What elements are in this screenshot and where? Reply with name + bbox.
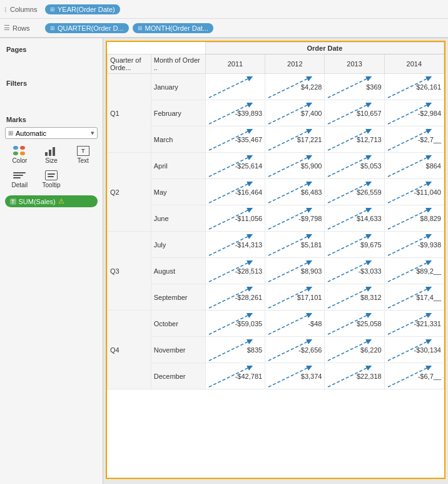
value-cell: $5,900: [265, 153, 325, 179]
cell-value: $5,900: [301, 162, 322, 170]
viz-container: Order Date Quarter of Orde... Month of O…: [106, 41, 445, 479]
cell-value: -$59,035: [235, 320, 262, 327]
value-cell: -$11,056: [205, 205, 265, 232]
cell-value: -$48: [308, 320, 322, 327]
cell-value: $8,903: [301, 267, 322, 275]
table-row: Q2April-$25,614$5,900$5,053$864: [108, 153, 444, 179]
value-cell: -$16,464: [205, 179, 265, 205]
value-cell: $17,4__: [384, 284, 444, 311]
calendar-icon: ⊞: [50, 6, 55, 13]
cell-value: -$6,7__: [418, 373, 441, 380]
value-cell: $10,657: [325, 100, 384, 126]
marks-section: Marks ⊞ Automatic ▾ Color: [0, 111, 103, 207]
color-icon: [13, 146, 26, 156]
content-area: Order Date Quarter of Orde... Month of O…: [103, 38, 448, 484]
columns-pill-0[interactable]: ⊞ YEAR(Order Date): [45, 4, 120, 14]
value-cell: $8,829: [384, 205, 444, 232]
month-cell: January: [151, 74, 205, 100]
value-cell: $12,713: [325, 126, 384, 153]
value-cell: -$39,893: [205, 100, 265, 126]
table-row: March-$35,467$17,221$12,713-$2,7__: [108, 126, 444, 153]
table-row: November$835-$2,656$6,220-$30,134: [108, 337, 444, 363]
cell-value: $89,2__: [416, 267, 441, 275]
value-cell: $864: [384, 153, 444, 179]
tooltip-button[interactable]: Tooltip: [37, 168, 66, 190]
cell-value: $17,101: [297, 294, 322, 301]
cell-value: -$3,033: [358, 267, 381, 275]
year-2014-header: 2014: [384, 54, 444, 74]
detail-button[interactable]: Detail: [5, 168, 34, 190]
cell-value: $3,374: [301, 373, 322, 380]
rows-pill-0[interactable]: ⊞ QUARTER(Order D...: [45, 23, 129, 33]
value-cell: $3,374: [265, 363, 325, 389]
value-cell: $6,220: [325, 337, 384, 363]
color-button[interactable]: Color: [5, 144, 34, 166]
value-cell: $89,2__: [384, 258, 444, 284]
sum-sales-pill[interactable]: T SUM(Sales) ⚠: [5, 195, 98, 207]
rows-shelf: ☰ Rows ⊞ QUARTER(Order D... ⊞ MONTH(Orde…: [0, 19, 448, 38]
value-cell: $9,675: [325, 232, 384, 258]
month-cell: April: [151, 153, 205, 179]
cell-value: -$11,056: [235, 215, 262, 222]
value-cell: -$28,513: [205, 258, 265, 284]
value-cell: $7,400: [265, 100, 325, 126]
rows-pill-1[interactable]: ⊞ MONTH(Order Dat...: [133, 23, 213, 33]
cell-value: -$2,656: [298, 346, 322, 354]
table-row: September-$28,261$17,101$8,312$17,4__: [108, 284, 444, 311]
value-cell: -$28,261: [205, 284, 265, 311]
value-cell: $5,181: [265, 232, 325, 258]
columns-label: ⫶ Columns: [4, 6, 41, 13]
filters-title: Filters: [0, 77, 103, 92]
cell-value: $22,318: [357, 373, 382, 380]
svg-line-0: [209, 76, 253, 98]
cell-value: $25,058: [357, 320, 382, 327]
marks-type-dropdown[interactable]: ⊞ Automatic ▾: [5, 127, 98, 139]
month-cell: February: [151, 100, 205, 126]
pages-title: Pages: [0, 43, 103, 58]
month-cell: December: [151, 363, 205, 389]
value-cell: -$59,035: [205, 311, 265, 337]
month-col-header: Month of Order ..: [151, 54, 205, 74]
viz-table: Order Date Quarter of Orde... Month of O…: [107, 42, 444, 389]
value-cell: $6,483: [265, 179, 325, 205]
cell-value: $8,829: [420, 215, 441, 222]
value-cell: -$9,798: [265, 205, 325, 232]
value-cell: -$11,040: [384, 179, 444, 205]
value-cell: -$6,7__: [384, 363, 444, 389]
value-cell: $4,228: [265, 74, 325, 100]
text-button[interactable]: T Text: [68, 144, 98, 166]
cell-value: $10,657: [357, 110, 382, 117]
cell-value: $7,400: [301, 110, 322, 117]
cell-value: -$16,464: [235, 188, 262, 196]
year-2013-header: 2013: [325, 54, 384, 74]
cell-value: -$39,893: [235, 110, 262, 117]
value-cell: $8,312: [325, 284, 384, 311]
t-icon: T: [10, 198, 16, 205]
size-button[interactable]: Size: [37, 144, 66, 166]
quarter-cell: Q4: [108, 311, 151, 389]
month-cell: June: [151, 205, 205, 232]
value-cell: $17,101: [265, 284, 325, 311]
text-icon: T: [77, 146, 89, 156]
table-row: August-$28,513$8,903-$3,033$89,2__: [108, 258, 444, 284]
cell-value: $9,675: [360, 241, 382, 249]
rows-pill-1-label: MONTH(Order Dat...: [145, 24, 208, 32]
tooltip-label: Tooltip: [43, 182, 61, 188]
month-cell: October: [151, 311, 205, 337]
cell-value: -$35,467: [235, 136, 262, 143]
quarter-col-header: Quarter of Orde...: [108, 54, 151, 74]
table-row: February-$39,893$7,400$10,657-$2,984: [108, 100, 444, 126]
value-cell: -$42,781: [205, 363, 265, 389]
cell-value: $369: [366, 83, 381, 91]
svg-line-2: [328, 76, 372, 98]
value-cell: -$48: [265, 311, 325, 337]
columns-text: Columns: [10, 6, 37, 13]
value-cell: -$25,614: [205, 153, 265, 179]
svg-line-15: [388, 155, 432, 177]
svg-line-37: [268, 313, 312, 334]
value-cell: -$9,938: [384, 232, 444, 258]
value-cell: $25,058: [325, 311, 384, 337]
year-2012-header: 2012: [265, 54, 325, 74]
value-cell: -$2,984: [384, 100, 444, 126]
calendar-icon-r0: ⊞: [50, 25, 55, 31]
